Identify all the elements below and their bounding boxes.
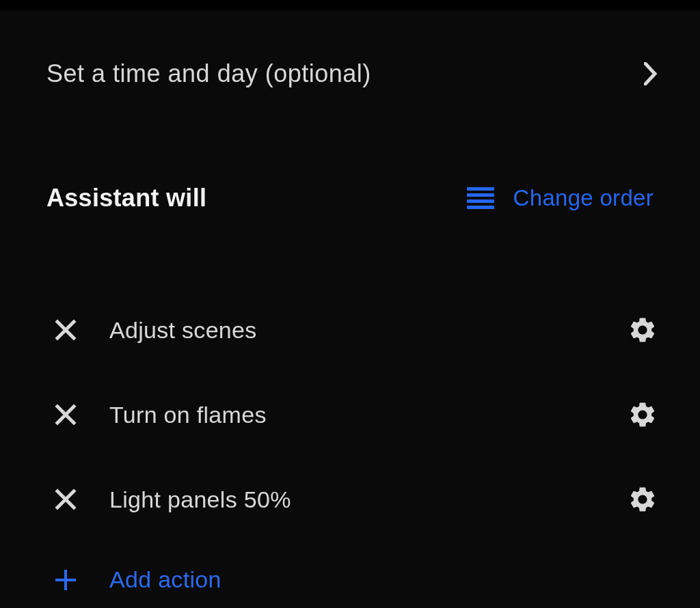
close-icon[interactable] — [55, 404, 77, 426]
close-icon[interactable] — [55, 319, 77, 341]
action-label: Light panels 50% — [109, 486, 628, 513]
action-row: Turn on flames — [46, 372, 654, 457]
add-action-button[interactable]: Add action — [46, 566, 654, 593]
reorder-icon — [467, 187, 494, 209]
chevron-right-icon — [641, 64, 660, 83]
section-header: Assistant will Change order — [46, 184, 654, 212]
action-row: Light panels 50% — [46, 457, 654, 542]
content-container: Set a time and day (optional) Assistant … — [0, 10, 700, 593]
top-bar — [0, 0, 700, 10]
close-icon[interactable] — [55, 488, 77, 510]
gear-icon[interactable] — [628, 400, 658, 430]
change-order-label: Change order — [513, 185, 654, 211]
add-action-label: Add action — [109, 566, 221, 593]
gear-icon[interactable] — [628, 315, 658, 345]
set-time-day-label: Set a time and day (optional) — [46, 59, 371, 88]
actions-list: Adjust scenes Turn on flames — [46, 288, 654, 542]
action-row: Adjust scenes — [46, 288, 654, 372]
action-label: Adjust scenes — [109, 317, 628, 344]
plus-icon — [55, 569, 77, 591]
set-time-day-row[interactable]: Set a time and day (optional) — [46, 10, 654, 88]
gear-icon[interactable] — [628, 484, 658, 514]
section-title: Assistant will — [46, 184, 206, 212]
change-order-button[interactable]: Change order — [467, 185, 654, 211]
action-label: Turn on flames — [109, 402, 628, 428]
